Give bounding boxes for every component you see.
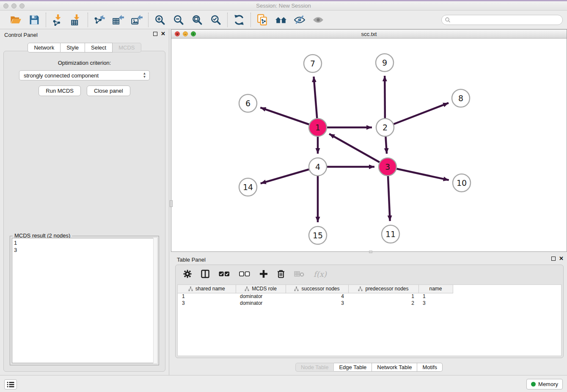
vertical-splitter-handle[interactable] [170, 200, 173, 207]
close-panel-button[interactable]: Close panel [87, 86, 130, 96]
close-panel-icon[interactable]: ✕ [161, 32, 165, 36]
select-stepper-icon: ▲▼ [142, 72, 147, 79]
main-toolbar [0, 11, 567, 29]
column-header-name[interactable]: name [418, 285, 453, 293]
tab-edge-table[interactable]: Edge Table [334, 363, 372, 372]
hide-selected-icon[interactable] [293, 14, 306, 26]
zoom-fit-icon[interactable] [191, 14, 204, 26]
horizontal-splitter-handle[interactable] [369, 251, 372, 253]
network-view-frame: ✕ − + scc.txt 7968124314101511 [171, 29, 567, 252]
delete-column-icon[interactable] [277, 270, 285, 278]
table-panel-header: Table Panel ✕ [171, 254, 567, 265]
open-file-icon[interactable] [9, 14, 22, 26]
mcds-panel: Optimization criterion: strongly connect… [3, 51, 165, 372]
mcds-result-group: MCDS result (2 nodes) 1 3 [10, 236, 159, 365]
task-list-icon [7, 381, 14, 388]
tab-motifs[interactable]: Motifs [417, 363, 443, 372]
create-column-icon[interactable] [259, 270, 268, 278]
tree-icon [245, 287, 249, 291]
graph-node-label-10: 10 [457, 178, 467, 188]
task-history-button[interactable] [4, 379, 17, 389]
optimization-criterion-label: Optimization criterion: [4, 60, 165, 66]
column-header-predecessor-nodes[interactable]: predecessor nodes [348, 285, 418, 293]
export-table-icon[interactable] [112, 14, 124, 26]
graph-node-label-3: 3 [385, 162, 390, 171]
node-table[interactable]: shared name MCDS role successor nodes pr… [177, 284, 561, 356]
graph-node-label-9: 9 [382, 58, 387, 67]
table-row[interactable]: 1 dominator 4 1 1 [178, 293, 453, 300]
select-all-columns-icon[interactable] [219, 271, 230, 277]
memory-button[interactable]: Memory [526, 379, 563, 389]
search-icon [445, 17, 451, 23]
mcds-result-text[interactable]: 1 3 [12, 238, 157, 363]
graph-node-label-7: 7 [310, 59, 315, 68]
close-table-panel-icon[interactable]: ✕ [559, 257, 564, 261]
table-panel: Table Panel ✕ [171, 254, 567, 375]
graph-node-label-15: 15 [313, 231, 323, 240]
app-window: Session: New Session [0, 0, 567, 392]
function-builder-icon-disabled: f(x) [314, 270, 327, 279]
control-panel: Control Panel ✕ Network Style Select MCD… [0, 29, 169, 375]
tab-network[interactable]: Network [28, 43, 61, 52]
network-canvas[interactable]: 7968124314101511 [171, 39, 567, 251]
control-panel-title: Control Panel [4, 32, 38, 38]
network-view-titlebar[interactable]: ✕ − + scc.txt [171, 30, 567, 39]
tree-icon [358, 287, 363, 291]
window-titlebar: Session: New Session [0, 1, 567, 11]
search-input[interactable] [451, 16, 562, 24]
export-network-icon[interactable] [93, 14, 106, 26]
table-panel-body: f(x) shared name MCDS role successor nod… [175, 265, 564, 358]
tab-mcds[interactable]: MCDS [113, 43, 141, 52]
save-session-icon[interactable] [28, 14, 41, 26]
window-title: Session: New Session [0, 3, 567, 9]
clone-network-icon[interactable] [256, 14, 269, 26]
graph-node-label-11: 11 [385, 229, 396, 239]
float-table-panel-icon[interactable] [551, 257, 556, 261]
float-panel-icon[interactable] [153, 32, 157, 36]
import-table-icon[interactable] [70, 14, 83, 26]
column-header-shared-name[interactable]: shared name [178, 285, 236, 293]
search-field[interactable] [441, 15, 563, 25]
apply-layout-icon[interactable] [233, 14, 245, 26]
tree-icon [294, 287, 299, 291]
deselect-all-columns-icon[interactable] [239, 271, 250, 277]
status-bar: Memory [0, 375, 567, 392]
graph-node-label-4: 4 [315, 162, 320, 171]
tab-network-table[interactable]: Network Table [372, 363, 417, 372]
first-neighbors-icon[interactable] [275, 14, 287, 26]
table-toolbar: f(x) [176, 265, 563, 283]
column-header-successor-nodes[interactable]: successor nodes [286, 285, 348, 293]
table-header-row[interactable]: shared name MCDS role successor nodes pr… [178, 285, 453, 293]
tab-node-table[interactable]: Node Table [295, 363, 334, 372]
network-view-title: scc.txt [171, 31, 567, 37]
table-settings-icon[interactable] [183, 270, 192, 278]
zoom-in-icon[interactable] [154, 14, 166, 26]
memory-label: Memory [538, 381, 558, 387]
network-graph[interactable]: 7968124314101511 [171, 39, 567, 252]
graph-node-label-6: 6 [245, 99, 250, 108]
graph-node-label-1: 1 [315, 123, 320, 132]
zoom-selected-icon[interactable] [209, 14, 222, 26]
zoom-out-icon[interactable] [172, 14, 185, 26]
criterion-select[interactable]: strongly connected component ▲▼ [19, 70, 150, 80]
graph-edge-3-1[interactable] [329, 134, 388, 167]
column-header-mcds-role[interactable]: MCDS role [236, 285, 286, 293]
graph-node-label-8: 8 [458, 94, 463, 103]
import-network-icon[interactable] [51, 14, 64, 26]
control-panel-tabs: Network Style Select MCDS [0, 43, 169, 52]
graph-node-label-14: 14 [243, 182, 253, 192]
table-panel-title: Table Panel [177, 257, 206, 263]
show-all-icon[interactable] [312, 14, 325, 26]
memory-status-icon [531, 382, 536, 386]
graph-node-label-2: 2 [383, 123, 388, 132]
tab-style[interactable]: Style [61, 43, 85, 52]
delete-table-icon-disabled [294, 271, 304, 277]
graph-edge-2-8[interactable] [385, 103, 449, 127]
result-scrollbar[interactable] [153, 238, 157, 363]
export-image-icon[interactable] [130, 14, 143, 26]
table-row[interactable]: 3 dominator 3 2 3 [178, 300, 453, 306]
tab-select[interactable]: Select [85, 43, 113, 52]
show-column-panel-icon[interactable] [201, 270, 209, 278]
tree-icon [188, 287, 193, 291]
run-mcds-button[interactable]: Run MCDS [39, 86, 81, 96]
